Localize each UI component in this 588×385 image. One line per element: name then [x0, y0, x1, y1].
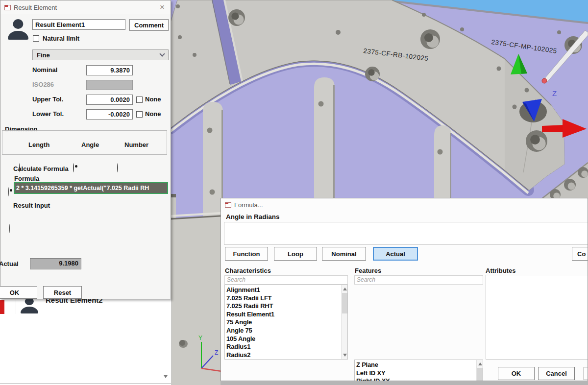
part-post-2: [314, 77, 335, 199]
z-axis-label: Z: [552, 89, 557, 97]
lower-tol-input[interactable]: [86, 109, 133, 120]
angle-label: Angle: [81, 141, 99, 148]
list-item[interactable]: Z Plane: [356, 361, 476, 369]
actual-button[interactable]: Actual: [373, 247, 418, 261]
characteristics-list[interactable]: Alignment17.025 Radii LFT7.025 Radii RHT…: [224, 285, 348, 360]
nominal-input[interactable]: [86, 65, 133, 75]
dialog-icon: [4, 5, 11, 10]
result-input-label: Result Input: [13, 202, 50, 209]
triad-z-label: Z: [215, 349, 218, 356]
features-scrollbar[interactable]: [476, 360, 483, 381]
formula-cancel-button[interactable]: Cancel: [538, 367, 575, 380]
scroll-down-icon[interactable]: [164, 375, 168, 378]
clipped-button[interactable]: Co: [572, 247, 588, 261]
iso286-field: [86, 80, 133, 90]
characteristics-label: Characteristics: [225, 267, 271, 274]
tolerance-grade-value: Fine: [37, 51, 50, 59]
loop-button[interactable]: Loop: [274, 247, 317, 261]
ok-button[interactable]: OK: [0, 286, 37, 299]
list-item[interactable]: Right ID XY: [356, 377, 476, 381]
scroll-up-icon[interactable]: [478, 362, 482, 365]
features-search-input[interactable]: [354, 275, 483, 285]
fail-status-bar: [0, 300, 4, 314]
attributes-label: Attributes: [486, 267, 515, 274]
lower-none-label: None: [145, 110, 161, 118]
function-button[interactable]: Function: [225, 247, 268, 261]
actual-label: Actual: [0, 260, 19, 267]
upper-tol-label: Upper Tol.: [32, 96, 63, 103]
formula-titlebar[interactable]: Formula...: [221, 198, 588, 211]
list-item[interactable]: 75 Angle: [226, 318, 341, 327]
scrollbar-thumb[interactable]: [477, 368, 483, 381]
list-item[interactable]: 7.025 Radii RHT: [226, 302, 341, 311]
length-label: Length: [28, 141, 49, 148]
formula-line-1: (2 * 3.14159265359 * getActual("7.025 Ra…: [227, 244, 586, 245]
features-label: Features: [355, 267, 381, 274]
formula-dialog-title: Formula...: [234, 201, 263, 209]
comment-button[interactable]: Comment: [129, 19, 169, 31]
formula-ok-button[interactable]: OK: [498, 367, 535, 380]
probe-tip: [542, 78, 547, 83]
list-item[interactable]: Result Element1: [226, 311, 341, 319]
upper-none-label: None: [145, 96, 161, 103]
formula-clipped-button[interactable]: [584, 367, 588, 380]
upper-tol-input[interactable]: [86, 95, 133, 105]
scroll-up-icon[interactable]: [343, 288, 347, 290]
lower-none-checkbox[interactable]: [136, 111, 143, 118]
formula-dialog: Formula... Angle in Radians (2 * 3.14159…: [220, 198, 588, 381]
calculate-formula-label: Calculate Formula: [13, 165, 69, 172]
list-item[interactable]: Alignment1: [226, 286, 341, 294]
part-post-3: [434, 125, 451, 199]
result-list-panel: Result Element2: [0, 299, 172, 385]
dialog-icon: [225, 202, 231, 208]
formula-dialog-bottom-edge: [220, 381, 588, 385]
dialog-titlebar[interactable]: Result Element ×: [0, 0, 171, 14]
list-item[interactable]: Radius1: [226, 343, 341, 351]
list-item[interactable]: Radius2: [226, 351, 341, 360]
formula-label: Formula: [14, 175, 39, 182]
chevron-down-icon: [159, 51, 165, 56]
triad-y-label: Y: [198, 335, 202, 341]
result-element2-row[interactable]: Result Element2: [46, 299, 103, 304]
features-list[interactable]: Z PlaneLeft ID XYRight ID XY3d Line Y Ro…: [354, 360, 483, 381]
formula-preview-field[interactable]: 2 * 3.14159265359 * getActual("7.025 Rad…: [14, 182, 168, 194]
tolerance-grade-select[interactable]: Fine: [32, 49, 169, 60]
nominal-button[interactable]: Nominal: [322, 247, 366, 261]
result-input-radio[interactable]: [9, 224, 10, 233]
app-screen: Z 2375-CF-RB-102025 2375-CF-MP-102025 Y …: [0, 0, 588, 385]
number-radio[interactable]: [117, 163, 118, 172]
iso286-label: ISO286: [32, 81, 54, 88]
angle-radio[interactable]: [73, 163, 74, 172]
attributes-list[interactable]: [486, 275, 588, 360]
element-name-input[interactable]: [32, 19, 125, 30]
actual-field: 9.1980: [30, 258, 81, 269]
upper-none-checkbox[interactable]: [136, 96, 143, 103]
scrollbar-thumb[interactable]: [342, 293, 347, 313]
list-item[interactable]: Left ID XY: [356, 369, 476, 378]
reset-button[interactable]: Reset: [43, 286, 82, 299]
characteristics-search-input[interactable]: [224, 275, 348, 285]
lower-tol-label: Lower Tol.: [32, 110, 64, 118]
result-element-dialog: Result Element × Comment Natural limit F…: [0, 0, 171, 299]
nominal-label: Nominal: [32, 66, 57, 73]
number-label: Number: [124, 141, 148, 148]
scroll-down-icon[interactable]: [343, 354, 347, 357]
list-item[interactable]: Angle 75: [226, 327, 341, 335]
list-item[interactable]: 105 Angle: [226, 335, 341, 343]
natural-limit-checkbox[interactable]: [33, 35, 39, 42]
close-icon[interactable]: ×: [160, 2, 165, 12]
part-post-1: [203, 102, 223, 218]
characteristics-scrollbar[interactable]: [341, 285, 347, 359]
formula-heading: Angle in Radians: [226, 213, 280, 220]
person-icon: [20, 299, 39, 313]
element-avatar: [7, 18, 29, 40]
formula-editor[interactable]: (2 * 3.14159265359 * getActual("7.025 Ra…: [224, 222, 588, 245]
calculate-formula-radio[interactable]: [8, 187, 9, 196]
dialog-title: Result Element: [14, 4, 57, 11]
natural-limit-label: Natural limit: [43, 35, 79, 42]
list-item[interactable]: 7.025 Radii LFT: [226, 294, 341, 303]
